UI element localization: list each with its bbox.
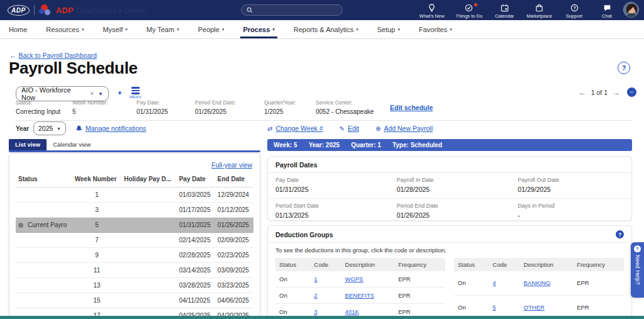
status-field: Period End Date:01/26/2025 [195, 99, 264, 115]
deduction-code-link[interactable]: 2 [314, 292, 317, 299]
edit-schedule-link[interactable]: Edit schedule [390, 104, 433, 111]
deduction-description-link[interactable]: BENEFITS [345, 292, 374, 299]
deduction-description-link[interactable]: BANKING [524, 279, 551, 286]
menu-item-label: Setup [377, 26, 396, 33]
table-row[interactable]: 1704/25/202504/20/2025 [16, 308, 253, 317]
menu-item-reports-analytics[interactable]: Reports & Analytics▾ [294, 20, 358, 38]
collapse-panel-button[interactable]: − [627, 87, 636, 97]
menu-item-label: Favorites [419, 26, 447, 33]
deduction-description-link[interactable]: 401K [345, 308, 359, 315]
menu-item-setup[interactable]: Setup▾ [377, 20, 400, 38]
week-detail-panel: Week: 5Year: 2025Quarter: 1Type: Schedul… [267, 139, 632, 319]
status-field: Service Center:0052 - Chessapeake [316, 99, 390, 115]
menu-item-people[interactable]: People▾ [198, 20, 225, 38]
schedule-column-header: Week Number [72, 172, 121, 187]
deduction-code-cell: 1 [310, 271, 341, 288]
payroll-date-field: Days in Period- [510, 199, 631, 224]
menu-item-myself[interactable]: Myself▾ [103, 20, 127, 38]
change-week-link[interactable]: ⇄Change Week # [267, 125, 323, 132]
view-tabs: List viewCalendar view [9, 139, 260, 150]
tab-calendar-view[interactable]: Calendar view [47, 139, 97, 150]
edit-link[interactable]: ✎Edit [340, 125, 359, 132]
page-help-button[interactable]: ? [618, 62, 630, 74]
status-field-value: 01/26/2025 [195, 108, 264, 115]
expand-selector-chevron[interactable]: ▼ [117, 90, 123, 96]
menu-item-resources[interactable]: Resources▾ [46, 20, 84, 38]
chevron-down-icon: ▾ [222, 27, 225, 32]
cell-pay-date: 03/28/2025 [177, 278, 215, 293]
marketplace-button[interactable]: Marketplace [526, 1, 552, 19]
deduction-description-link[interactable]: WGPS [345, 276, 364, 283]
table-row[interactable]: Current Payro501/31/202501/26/2025 [16, 218, 253, 233]
cell-end-date: 12/29/2024 [215, 187, 253, 203]
table-row[interactable]: 301/17/202501/12/2025 [16, 203, 253, 218]
deduction-code-link[interactable]: 1 [314, 276, 317, 283]
schedule-column-header: Holiday Pay D... [121, 172, 176, 187]
support-button[interactable]: ?Support [564, 1, 585, 19]
things-to-do-button[interactable]: Things to Do [456, 1, 483, 19]
global-search[interactable] [241, 4, 343, 16]
svg-text:?: ? [573, 6, 575, 10]
cell-holiday-pay [121, 187, 176, 203]
deduction-code-link[interactable]: 5 [492, 304, 496, 311]
search-input[interactable] [256, 7, 331, 14]
tab-list-view[interactable]: List view [9, 139, 47, 150]
chevron-down-icon: ▾ [125, 27, 128, 32]
topbar-icon-label: Support [566, 13, 582, 19]
cell-week-number: 3 [72, 203, 121, 218]
need-help-tab[interactable]: ? Need Help? [631, 242, 644, 298]
deduction-code-link[interactable]: 4 [492, 279, 496, 286]
table-row[interactable]: 1303/28/202503/23/2025 [16, 278, 253, 293]
payroll-date-label: Period Start Date [275, 203, 382, 209]
menu-item-home[interactable]: Home [9, 20, 27, 38]
year-select[interactable]: 2025 ▼ [33, 121, 66, 135]
deduction-column-header: Description [520, 258, 574, 271]
payroll-dates-row-2: Period Start Date01/13/2025Period End Da… [268, 198, 631, 224]
clear-selection-icon[interactable]: ✕ [90, 91, 95, 97]
cell-pay-date: 02/28/2025 [177, 248, 215, 263]
payroll-schedule-table: StatusWeek NumberHoliday Pay D...Pay Dat… [16, 172, 253, 316]
payroll-date-value: 01/26/2025 [397, 211, 503, 219]
pager-next-icon[interactable]: → [613, 88, 620, 97]
cell-status [16, 278, 72, 293]
cell-end-date: 03/09/2025 [215, 263, 253, 278]
cell-week-number: 17 [72, 308, 121, 317]
full-year-view-link[interactable]: Full-year view [211, 161, 252, 169]
cell-pay-date: 01/31/2025 [177, 218, 215, 233]
manage-notifications-link[interactable]: 🔔︎ Manage notifications [75, 125, 146, 132]
table-row[interactable]: 1103/14/202503/09/2025 [16, 263, 253, 278]
swap-icon: ⇄ [267, 125, 272, 132]
deduction-description-link[interactable]: OTHER [524, 304, 545, 311]
pager-count: 1 of 1 [591, 89, 608, 96]
schedule-column-header: Status [16, 172, 72, 187]
payroll-date-field: Payroll Out Date01/29/2025 [510, 173, 631, 198]
menu-item-label: Resources [46, 26, 79, 33]
chat-button[interactable]: Chat [596, 1, 618, 19]
table-row[interactable]: 101/03/202512/29/2024 [16, 187, 253, 203]
user-avatar[interactable] [623, 2, 639, 18]
totalsource-logo-icon [39, 4, 52, 16]
deduction-code-link[interactable]: 3 [314, 308, 317, 315]
brand-area: ADP ADP TotalSource Demo [0, 4, 147, 16]
deduction-groups-title: Deduction Groups [275, 231, 333, 238]
add-new-payroll-link[interactable]: ⊕Add New Payroll [375, 125, 433, 132]
table-row[interactable]: 902/28/202502/23/2025 [16, 248, 253, 263]
whats-new-button[interactable]: What's New [419, 1, 445, 19]
menu-item-my-team[interactable]: My Team▾ [147, 20, 179, 38]
deduction-column-header: Frequency [394, 258, 445, 271]
deduction-status: On [275, 271, 310, 288]
menu-item-favorites[interactable]: Favorites▾ [419, 20, 452, 38]
table-row[interactable]: 1504/11/202504/06/2025 [16, 293, 253, 308]
cell-pay-date: 04/25/2025 [177, 308, 215, 317]
deduction-frequency: EPR [394, 288, 445, 304]
pencil-icon: ✎ [340, 125, 345, 132]
schedule-column-header: End Date [215, 172, 253, 187]
cell-week-number: 5 [72, 218, 121, 233]
context-menu-button[interactable]: MENU [130, 87, 142, 99]
deduction-column-header: Frequency [573, 258, 624, 271]
table-row[interactable]: 702/14/202502/09/2025 [16, 233, 253, 248]
pager-prev-icon[interactable]: ← [579, 88, 586, 97]
calendar-button[interactable]: Calendar [494, 1, 515, 19]
menu-item-process[interactable]: Process▾ [243, 20, 274, 38]
deduction-groups-help-icon[interactable]: ? [616, 230, 624, 238]
